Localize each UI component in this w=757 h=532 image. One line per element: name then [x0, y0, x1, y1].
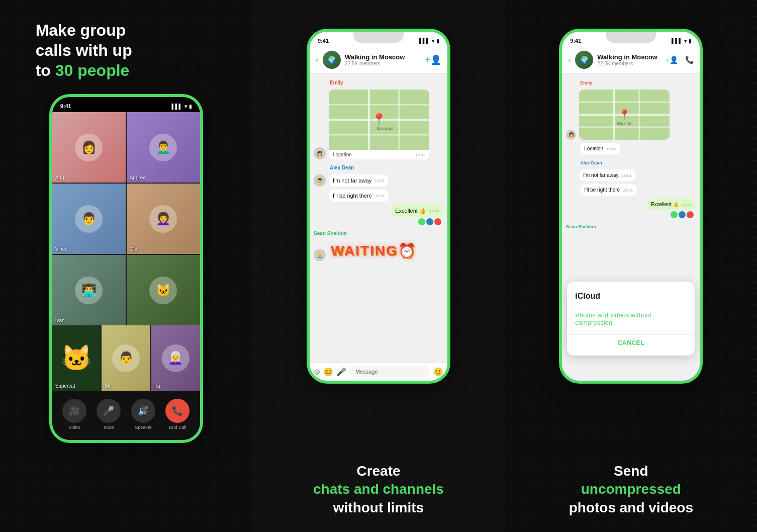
phone-notch-center [353, 32, 404, 43]
end-call-button[interactable]: 📞 End Call [165, 399, 190, 430]
mute-label: Mute [104, 425, 114, 430]
location-time: 15:01 [415, 153, 425, 157]
call-grid-bottom: 🐱 Supercat 👨 Me 👩‍🦳 Ira [52, 325, 200, 391]
chat-title-center: Walking in Moscow [345, 53, 405, 61]
chat-subtitle-center: 22,5K members [345, 61, 405, 66]
location-label: Location 15:01 [329, 150, 429, 159]
alexdean-sender: Alex Dean [330, 165, 354, 170]
signal-icon: ▌▌▌ [171, 104, 182, 109]
map-pin: 📍 [371, 113, 387, 127]
back-button-right[interactable]: ‹ [568, 55, 571, 65]
excellent-text-r: Excellent 👍 [651, 202, 679, 207]
alexdean-text2-r: I'll be right there [584, 187, 620, 193]
chat-subtitle-right: 22,5K members [597, 61, 657, 66]
call-tile-ola: 👩‍🦱 Ola [127, 184, 200, 254]
signal-icon-c: ▌▌▌ [419, 38, 430, 44]
message-input[interactable]: Message [349, 366, 430, 378]
battery-icon-r: ▮ [689, 38, 692, 44]
call-tile-vince: 👨 Vince [52, 184, 126, 254]
tile-name-andrew: Andrew [130, 175, 147, 181]
alexdean-text1-r: I'm not far away [583, 172, 618, 178]
chat-header-center: ‹ 🌍 Walking in Moscow 22,5K members +👤 [310, 47, 447, 73]
call-tile-andrew: 👨‍🦱 Andrew [127, 112, 200, 183]
phone-notch-left [101, 97, 151, 108]
read-av-1 [418, 218, 425, 225]
call-tile-ira: 👩‍🦳 Ira [151, 325, 200, 391]
phone-notch-right [606, 32, 656, 43]
add-member-icon-r[interactable]: +👤 [666, 56, 678, 64]
icloud-subtitle: Photos and videos without compression [575, 311, 687, 326]
emoji2-icon[interactable]: 🙂 [433, 367, 443, 377]
call-grid: 👩 Ann 👨‍🦱 Andrew 👨 Vince [52, 112, 200, 325]
end-call-label: End Call [169, 425, 186, 430]
video-label: Video [68, 425, 80, 430]
speaker-button[interactable]: 🔊 Speaker [131, 399, 155, 430]
svg-text:Sokolniki: Sokolniki [376, 126, 393, 131]
time-center: 9:41 [318, 38, 329, 44]
location-text-r: Location [584, 146, 603, 151]
icloud-title: iCloud [575, 292, 687, 301]
location-text: Location [333, 152, 352, 157]
face-cats: 🐱 [127, 255, 200, 325]
video-button[interactable]: 🎥 Video [62, 399, 86, 430]
alexdean-bubble1-r: I'm not far away 15:01 [579, 169, 635, 181]
face-ola: 👩‍🦱 [127, 184, 200, 254]
wifi-icon-c: ▾ [432, 38, 434, 44]
face-andrew: 👨‍🦱 [127, 112, 200, 183]
phone-frame-right: 9:41 ▌▌▌ ▾ ▮ ‹ 🌍 Walking in Moscow 22,5K… [560, 30, 701, 382]
face-ann: 👩 [52, 112, 126, 183]
sean-sticker-row: 👨‍🦲 WAITING⏰ [314, 240, 443, 261]
emily-avatar: 👩 [314, 147, 326, 159]
mute-button[interactable]: 🎤 Mute [97, 399, 121, 430]
excellent-bubble-r: Excellent 👍 14:43 [647, 199, 696, 210]
chat-header-right: ‹ 🌍 Walking in Moscow 22,5K members +👤 📞 [562, 47, 700, 73]
emoji-icon[interactable]: 😊 [323, 367, 333, 377]
emily-label-r: Emily [566, 77, 696, 86]
map-bubble: Sokolniki 📍 Location 15:01 [329, 90, 429, 159]
tile-name-ivan: Ivan [55, 318, 65, 323]
tile-name-ola: Ola [130, 246, 138, 252]
wifi-icon: ▾ [184, 104, 187, 109]
back-button-center[interactable]: ‹ [316, 55, 319, 65]
alexdean-label-r: Alex Dean [566, 157, 696, 166]
waiting-sticker-container: WAITING⏰ [329, 240, 419, 261]
outgoing-excellent: Excellent 👍 14:42 [314, 205, 443, 225]
alexdean-msg2-row: I'll be right there 15:01 [314, 190, 443, 202]
alexdean-time1: 15:01 [374, 179, 385, 183]
time-right: 9:41 [570, 38, 581, 44]
alexdean-msg1-r: I'm not far away 15:01 [566, 169, 696, 181]
map-message: 👩 Sokolniki 📍 [314, 90, 443, 159]
add-attachment-icon[interactable]: ⊕ [314, 367, 320, 377]
tile-name-me: Me [105, 383, 112, 389]
alexdean-bubble2-r: I'll be right there 15:01 [580, 184, 637, 196]
time-left: 9:41 [60, 103, 71, 109]
chat-title-right: Walking in Moscow [597, 53, 657, 61]
call-icon-r[interactable]: 📞 [685, 56, 694, 64]
chat-avatar-center: 🌍 [323, 51, 341, 69]
alexdean-msg2-r: I'll be right there 15:01 [566, 184, 696, 196]
chat-input-bar-center: ⊕ 😊 🎤 Message 🙂 [310, 362, 447, 381]
tile-name-ann: Ann [55, 175, 64, 181]
chat-info-center: Walking in Moscow 22,5K members [345, 53, 405, 66]
status-icons-center: ▌▌▌ ▾ ▮ [419, 38, 439, 44]
call-tile-cats: 🐱 [127, 255, 200, 325]
status-icons-right: ▌▌▌ ▾ ▮ [672, 38, 692, 44]
face-ivan: 👨‍💻 [52, 255, 126, 325]
mic-icon[interactable]: 🎤 [336, 367, 346, 377]
emily-avatar-r: 👩 [566, 130, 576, 140]
phone-frame-left: 9:41 ▌▌▌ ▾ ▮ 👩 Ann 👨‍🦱 Andrew [51, 96, 202, 441]
alexdean-sender-r: Alex Dean [580, 160, 602, 165]
call-tile-supercat: 🐱 Supercat [52, 325, 101, 391]
right-bottom-text: Send uncompressed photos and videos [505, 462, 757, 517]
phone-frame-center: 9:41 ▌▌▌ ▾ ▮ ‹ 🌍 Walking in Moscow 22,5K… [308, 30, 449, 382]
sean-sender-r: Sean Sheldon [566, 224, 596, 229]
add-member-icon[interactable]: +👤 [425, 54, 441, 65]
emily-sender: Emily [330, 80, 343, 85]
center-panel: 9:41 ▌▌▌ ▾ ▮ ‹ 🌍 Walking in Moscow 22,5K… [252, 0, 505, 532]
sean-label-r: Sean Sheldon [566, 221, 696, 230]
icloud-cancel-button[interactable]: CANCEL [575, 335, 687, 350]
emily-label: Emily [314, 77, 443, 86]
alexdean-msg1-row: 👨 I'm not far away 15:01 [314, 174, 443, 187]
read-av-r-2 [679, 211, 686, 218]
call-tile-me: 👨 Me [102, 325, 150, 391]
